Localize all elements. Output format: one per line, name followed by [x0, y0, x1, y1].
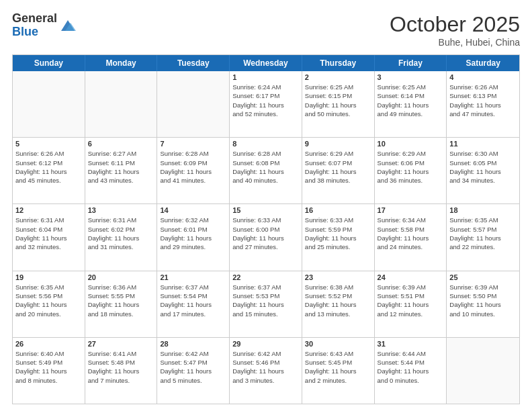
header-friday: Friday [375, 55, 447, 71]
day-number: 7 [160, 140, 226, 148]
day-cell-1-5: 2Sunrise: 6:25 AM Sunset: 6:15 PM Daylig… [302, 71, 375, 137]
day-info: Sunrise: 6:40 AM Sunset: 5:49 PM Dayligh… [15, 349, 82, 385]
day-number: 4 [449, 73, 517, 81]
day-number: 16 [305, 206, 371, 214]
day-info: Sunrise: 6:25 AM Sunset: 6:15 PM Dayligh… [305, 83, 371, 118]
day-info: Sunrise: 6:27 AM Sunset: 6:11 PM Dayligh… [88, 149, 154, 185]
day-number: 5 [15, 140, 82, 148]
header-sunday: Sunday [13, 55, 85, 71]
day-cell-1-6: 3Sunrise: 6:25 AM Sunset: 6:14 PM Daylig… [375, 71, 447, 137]
day-number: 31 [378, 340, 444, 348]
day-info: Sunrise: 6:37 AM Sunset: 5:54 PM Dayligh… [160, 283, 226, 318]
day-info: Sunrise: 6:29 AM Sunset: 6:07 PM Dayligh… [305, 149, 371, 185]
weeks: 1Sunrise: 6:24 AM Sunset: 6:17 PM Daylig… [13, 71, 519, 404]
day-cell-5-4: 29Sunrise: 6:42 AM Sunset: 5:46 PM Dayli… [230, 338, 302, 404]
day-number: 21 [160, 273, 226, 281]
header-tuesday: Tuesday [157, 55, 230, 71]
day-cell-1-4: 1Sunrise: 6:24 AM Sunset: 6:17 PM Daylig… [230, 71, 302, 137]
day-cell-1-3 [157, 71, 230, 137]
day-info: Sunrise: 6:30 AM Sunset: 6:05 PM Dayligh… [449, 149, 517, 185]
day-cell-5-1: 26Sunrise: 6:40 AM Sunset: 5:49 PM Dayli… [13, 338, 85, 404]
day-number: 9 [305, 140, 371, 148]
day-number: 27 [88, 340, 154, 348]
month-title: October 2025 [390, 12, 520, 37]
day-cell-4-1: 19Sunrise: 6:35 AM Sunset: 5:56 PM Dayli… [13, 271, 85, 337]
header-thursday: Thursday [302, 55, 375, 71]
day-info: Sunrise: 6:37 AM Sunset: 5:53 PM Dayligh… [232, 283, 299, 318]
day-info: Sunrise: 6:28 AM Sunset: 6:08 PM Dayligh… [232, 149, 299, 185]
day-number: 23 [305, 273, 371, 281]
day-cell-1-2 [85, 71, 158, 137]
day-number: 10 [378, 140, 444, 148]
calendar: Sunday Monday Tuesday Wednesday Thursday… [12, 54, 520, 404]
day-number: 20 [88, 273, 154, 281]
day-number: 2 [305, 73, 371, 81]
day-cell-1-1 [13, 71, 85, 137]
day-cell-4-3: 21Sunrise: 6:37 AM Sunset: 5:54 PM Dayli… [157, 271, 230, 337]
logo-general: General [12, 12, 57, 26]
week-row-5: 26Sunrise: 6:40 AM Sunset: 5:49 PM Dayli… [13, 338, 519, 404]
day-number: 14 [160, 206, 226, 214]
day-info: Sunrise: 6:31 AM Sunset: 6:04 PM Dayligh… [15, 216, 82, 251]
day-number: 26 [15, 340, 82, 348]
day-cell-2-2: 6Sunrise: 6:27 AM Sunset: 6:11 PM Daylig… [85, 138, 158, 203]
day-number: 1 [232, 73, 299, 81]
day-info: Sunrise: 6:26 AM Sunset: 6:13 PM Dayligh… [449, 83, 517, 118]
day-number: 6 [88, 140, 154, 148]
header: General Blue October 2025 Buhe, Hubei, C… [12, 12, 520, 48]
day-cell-5-2: 27Sunrise: 6:41 AM Sunset: 5:48 PM Dayli… [85, 338, 158, 404]
day-cell-2-7: 11Sunrise: 6:30 AM Sunset: 6:05 PM Dayli… [447, 138, 519, 203]
header-wednesday: Wednesday [230, 55, 302, 71]
day-number: 17 [378, 206, 444, 214]
day-info: Sunrise: 6:34 AM Sunset: 5:58 PM Dayligh… [378, 216, 444, 251]
day-number: 19 [15, 273, 82, 281]
day-info: Sunrise: 6:42 AM Sunset: 5:47 PM Dayligh… [160, 349, 226, 385]
day-info: Sunrise: 6:28 AM Sunset: 6:09 PM Dayligh… [160, 149, 226, 185]
day-info: Sunrise: 6:35 AM Sunset: 5:56 PM Dayligh… [15, 283, 82, 318]
day-info: Sunrise: 6:29 AM Sunset: 6:06 PM Dayligh… [378, 149, 444, 185]
day-cell-3-4: 15Sunrise: 6:33 AM Sunset: 6:00 PM Dayli… [230, 204, 302, 270]
logo: General Blue [12, 12, 77, 39]
day-cell-2-4: 8Sunrise: 6:28 AM Sunset: 6:08 PM Daylig… [230, 138, 302, 203]
day-info: Sunrise: 6:38 AM Sunset: 5:52 PM Dayligh… [305, 283, 371, 318]
day-info: Sunrise: 6:32 AM Sunset: 6:01 PM Dayligh… [160, 216, 226, 251]
day-cell-3-1: 12Sunrise: 6:31 AM Sunset: 6:04 PM Dayli… [13, 204, 85, 270]
day-cell-4-7: 25Sunrise: 6:39 AM Sunset: 5:50 PM Dayli… [447, 271, 519, 337]
day-number: 13 [88, 206, 154, 214]
day-number: 22 [232, 273, 299, 281]
day-info: Sunrise: 6:39 AM Sunset: 5:51 PM Dayligh… [378, 283, 444, 318]
day-cell-2-6: 10Sunrise: 6:29 AM Sunset: 6:06 PM Dayli… [375, 138, 447, 203]
day-cell-2-1: 5Sunrise: 6:26 AM Sunset: 6:12 PM Daylig… [13, 138, 85, 203]
day-cell-5-3: 28Sunrise: 6:42 AM Sunset: 5:47 PM Dayli… [157, 338, 230, 404]
title-block: October 2025 Buhe, Hubei, China [390, 12, 520, 48]
week-row-1: 1Sunrise: 6:24 AM Sunset: 6:17 PM Daylig… [13, 71, 519, 138]
day-number: 24 [378, 273, 444, 281]
day-info: Sunrise: 6:36 AM Sunset: 5:55 PM Dayligh… [88, 283, 154, 318]
day-cell-2-3: 7Sunrise: 6:28 AM Sunset: 6:09 PM Daylig… [157, 138, 230, 203]
day-info: Sunrise: 6:42 AM Sunset: 5:46 PM Dayligh… [232, 349, 299, 385]
week-row-2: 5Sunrise: 6:26 AM Sunset: 6:12 PM Daylig… [13, 138, 519, 204]
day-cell-3-5: 16Sunrise: 6:33 AM Sunset: 5:59 PM Dayli… [302, 204, 375, 270]
day-number: 25 [449, 273, 517, 281]
day-number: 3 [378, 73, 444, 81]
day-info: Sunrise: 6:26 AM Sunset: 6:12 PM Dayligh… [15, 149, 82, 185]
logo-text: General Blue [12, 12, 57, 39]
day-cell-4-6: 24Sunrise: 6:39 AM Sunset: 5:51 PM Dayli… [375, 271, 447, 337]
day-cell-5-5: 30Sunrise: 6:43 AM Sunset: 5:45 PM Dayli… [302, 338, 375, 404]
page: General Blue October 2025 Buhe, Hubei, C… [0, 0, 532, 411]
day-cell-5-6: 31Sunrise: 6:44 AM Sunset: 5:44 PM Dayli… [375, 338, 447, 404]
header-saturday: Saturday [447, 55, 519, 71]
day-cell-3-3: 14Sunrise: 6:32 AM Sunset: 6:01 PM Dayli… [157, 204, 230, 270]
day-info: Sunrise: 6:43 AM Sunset: 5:45 PM Dayligh… [305, 349, 371, 385]
day-info: Sunrise: 6:41 AM Sunset: 5:48 PM Dayligh… [88, 349, 154, 385]
day-cell-3-2: 13Sunrise: 6:31 AM Sunset: 6:02 PM Dayli… [85, 204, 158, 270]
day-cell-4-5: 23Sunrise: 6:38 AM Sunset: 5:52 PM Dayli… [302, 271, 375, 337]
day-info: Sunrise: 6:24 AM Sunset: 6:17 PM Dayligh… [232, 83, 299, 118]
day-cell-3-6: 17Sunrise: 6:34 AM Sunset: 5:58 PM Dayli… [375, 204, 447, 270]
week-row-4: 19Sunrise: 6:35 AM Sunset: 5:56 PM Dayli… [13, 271, 519, 338]
day-info: Sunrise: 6:35 AM Sunset: 5:57 PM Dayligh… [449, 216, 517, 251]
day-cell-2-5: 9Sunrise: 6:29 AM Sunset: 6:07 PM Daylig… [302, 138, 375, 203]
week-row-3: 12Sunrise: 6:31 AM Sunset: 6:04 PM Dayli… [13, 204, 519, 271]
day-headers: Sunday Monday Tuesday Wednesday Thursday… [13, 55, 519, 71]
day-cell-5-7 [447, 338, 519, 404]
